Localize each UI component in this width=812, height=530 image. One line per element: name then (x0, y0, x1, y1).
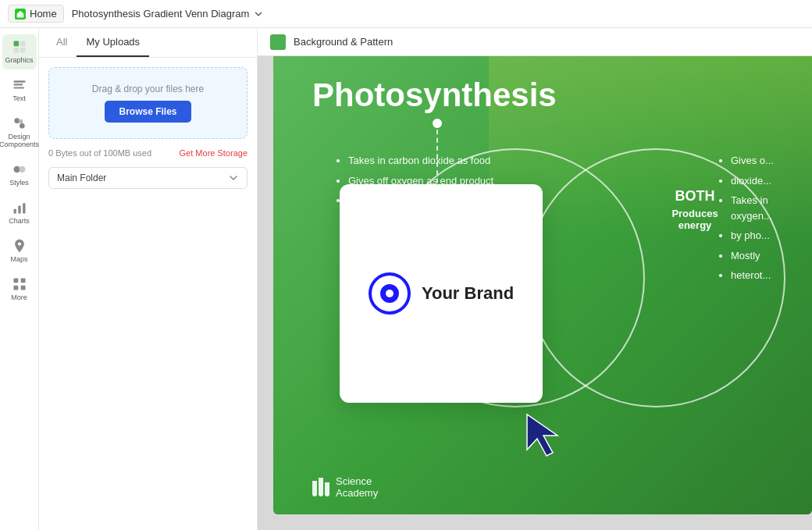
right-circle-text: Gives o... dioxide... Takes in oxygen...… (718, 153, 812, 288)
panel-tabs: All My Uploads (39, 28, 257, 58)
svg-rect-14 (18, 205, 20, 213)
folder-label: Main Folder (57, 173, 106, 183)
svg-point-12 (19, 166, 25, 173)
sidebar-item-text-label: Text (12, 94, 26, 103)
right-item-1: Gives o... (731, 153, 812, 169)
doc-title-text: Photosynthesis Gradient Venn Diagram (72, 8, 250, 20)
doc-title[interactable]: Photosynthesis Gradient Venn Diagram (72, 8, 265, 20)
svg-point-9 (20, 123, 25, 129)
svg-rect-19 (20, 285, 25, 290)
sidebar-item-design[interactable]: Design Components (2, 111, 37, 155)
branding-line2: Academy (336, 487, 378, 499)
browse-files-button[interactable]: Browse Files (105, 101, 191, 123)
sidebar-item-more-label: More (11, 293, 27, 302)
cursor-icon (523, 411, 562, 457)
svg-rect-7 (13, 87, 23, 88)
main-layout: Graphics Text Design Components Styles (0, 28, 812, 530)
test-tubes-icon (312, 478, 329, 496)
sidebar-icons: Graphics Text Design Components Styles (0, 28, 39, 530)
svg-rect-5 (13, 80, 25, 83)
svg-rect-1 (13, 41, 19, 47)
right-item-4: by pho... (731, 228, 812, 244)
sidebar-item-charts-label: Charts (9, 217, 30, 226)
svg-rect-2 (20, 41, 25, 47)
brand-card: Your Brand (340, 184, 543, 403)
svg-rect-18 (13, 285, 18, 290)
home-icon (15, 9, 26, 20)
brand-name: Your Brand (422, 283, 514, 304)
canvas-area[interactable]: Background & Pattern Photosynthesis (258, 28, 812, 530)
svg-point-8 (14, 118, 20, 123)
bg-pattern-bar: Background & Pattern (258, 28, 812, 56)
tube-1 (312, 481, 317, 496)
svg-rect-10 (19, 119, 23, 123)
design-icon (12, 116, 27, 131)
tab-all[interactable]: All (47, 28, 77, 57)
right-item-2: dioxide... (731, 173, 812, 189)
color-swatch[interactable] (270, 34, 286, 50)
get-storage-link[interactable]: Get More Storage (180, 148, 248, 158)
svg-rect-4 (20, 48, 25, 53)
tube-2 (319, 478, 323, 496)
upload-area: Drag & drop your files here Browse Files (48, 67, 248, 139)
right-item-6: heterot... (731, 268, 812, 283)
styles-icon (12, 162, 27, 177)
left-item-1: Takes in carbon dioxide as food (348, 153, 500, 169)
sidebar-item-graphics-label: Graphics (5, 56, 34, 65)
top-bar: Home Photosynthesis Gradient Venn Diagra… (0, 0, 812, 28)
storage-info: 0 Bytes out of 100MB used Get More Stora… (48, 148, 248, 158)
home-button[interactable]: Home (8, 5, 64, 23)
sidebar-item-text[interactable]: Text (2, 73, 37, 108)
graphics-icon (12, 39, 27, 55)
panel: All My Uploads Drag & drop your files he… (39, 28, 258, 530)
charts-icon (12, 200, 27, 215)
sidebar-item-more[interactable]: More (2, 272, 37, 307)
svg-rect-17 (20, 278, 25, 283)
svg-rect-13 (13, 209, 16, 214)
tube-3 (325, 482, 329, 496)
svg-rect-6 (13, 84, 23, 85)
slide-title: Photosynthesis (312, 76, 557, 114)
branding-text: Science Academy (336, 475, 378, 499)
brand-logo (369, 272, 411, 315)
storage-text: 0 Bytes out of 100MB used (48, 148, 151, 158)
tab-my-uploads[interactable]: My Uploads (77, 28, 149, 57)
brand-card-wrapper: Your Brand (340, 184, 543, 403)
panel-content: Drag & drop your files here Browse Files… (39, 58, 257, 530)
folder-chevron-icon (228, 173, 239, 183)
bg-pattern-label: Background & Pattern (294, 36, 393, 48)
sidebar-item-charts[interactable]: Charts (2, 195, 37, 230)
more-icon (12, 276, 27, 292)
sidebar-item-design-label: Design Components (0, 133, 39, 150)
maps-icon (12, 238, 27, 254)
sidebar-item-styles-label: Styles (9, 179, 29, 187)
chevron-down-icon (253, 9, 264, 20)
right-circle-list: Gives o... dioxide... Takes in oxygen...… (718, 153, 812, 283)
text-icon (12, 77, 27, 93)
branding-line1: Science (336, 475, 378, 487)
sidebar-item-styles[interactable]: Styles (2, 157, 37, 192)
svg-rect-15 (23, 203, 25, 213)
folder-dropdown[interactable]: Main Folder (48, 167, 248, 189)
home-label: Home (30, 8, 57, 20)
svg-rect-16 (13, 278, 18, 283)
sidebar-item-maps[interactable]: Maps (2, 233, 37, 269)
right-item-5: Mostly (731, 248, 812, 264)
svg-rect-3 (13, 48, 19, 53)
brand-logo-inner (380, 284, 399, 303)
slide-branding: Science Academy (312, 475, 378, 499)
sidebar-item-graphics[interactable]: Graphics (2, 34, 37, 69)
upload-text: Drag & drop your files here (65, 84, 231, 94)
right-item-3: Takes in oxygen... (731, 193, 812, 223)
sidebar-item-maps-label: Maps (10, 255, 27, 264)
